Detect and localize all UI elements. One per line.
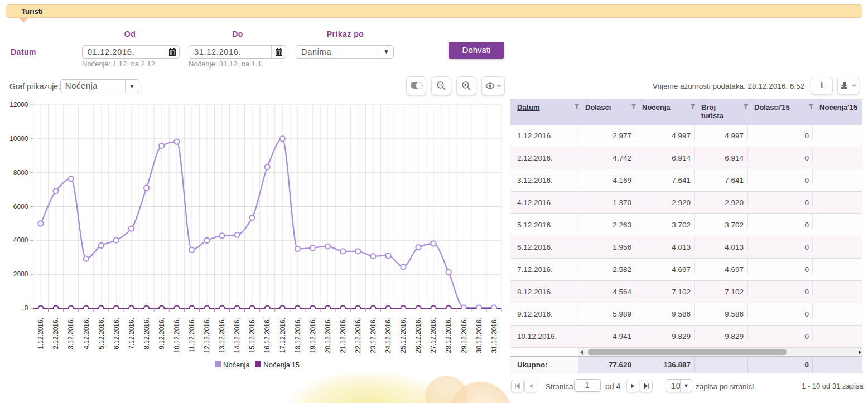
svg-text:20.12.2016.: 20.12.2016.	[324, 318, 332, 353]
svg-text:23.12.2016.: 23.12.2016.	[369, 318, 377, 353]
svg-text:10000: 10000	[9, 135, 28, 143]
svg-text:11.12.2016.: 11.12.2016.	[188, 318, 196, 353]
svg-text:4.12.2016.: 4.12.2016.	[83, 318, 90, 349]
svg-text:30.12.2016.: 30.12.2016.	[475, 318, 483, 353]
svg-text:28.12.2016.: 28.12.2016.	[445, 318, 452, 353]
svg-text:14.12.2016.: 14.12.2016.	[233, 318, 241, 353]
svg-text:27.12.2016.: 27.12.2016.	[430, 318, 437, 353]
svg-text:29.12.2016.: 29.12.2016.	[460, 318, 468, 353]
svg-text:8.12.2016.: 8.12.2016.	[143, 318, 151, 349]
svg-text:6000: 6000	[13, 203, 28, 211]
svg-text:24.12.2016.: 24.12.2016.	[384, 318, 392, 353]
svg-text:6.12.2016.: 6.12.2016.	[113, 318, 120, 349]
svg-text:31.12.2016.: 31.12.2016.	[490, 318, 498, 353]
svg-text:22.12.2016.: 22.12.2016.	[354, 318, 362, 353]
svg-text:25.12.2016.: 25.12.2016.	[399, 318, 407, 353]
svg-text:17.12.2016.: 17.12.2016.	[279, 318, 287, 353]
svg-text:10.12.2016.: 10.12.2016.	[173, 318, 181, 353]
svg-text:15.12.2016.: 15.12.2016.	[248, 318, 256, 353]
svg-text:18.12.2016.: 18.12.2016.	[294, 318, 302, 353]
svg-text:2.12.2016.: 2.12.2016.	[52, 318, 60, 349]
svg-text:12.12.2016.: 12.12.2016.	[203, 318, 211, 353]
svg-text:7.12.2016.: 7.12.2016.	[128, 318, 136, 349]
svg-text:5.12.2016.: 5.12.2016.	[98, 318, 105, 349]
svg-text:9.12.2016.: 9.12.2016.	[158, 318, 166, 349]
svg-text:3.12.2016.: 3.12.2016.	[67, 318, 75, 349]
svg-text:8000: 8000	[13, 169, 28, 177]
svg-text:13.12.2016.: 13.12.2016.	[218, 318, 226, 353]
svg-text:12000: 12000	[9, 101, 28, 109]
svg-text:0: 0	[25, 304, 28, 312]
svg-text:26.12.2016.: 26.12.2016.	[414, 318, 422, 353]
svg-text:2000: 2000	[13, 270, 28, 278]
svg-text:19.12.2016.: 19.12.2016.	[309, 318, 317, 353]
svg-text:16.12.2016.: 16.12.2016.	[263, 318, 271, 353]
svg-text:4000: 4000	[13, 236, 28, 244]
svg-text:1.12.2016.: 1.12.2016.	[37, 318, 45, 349]
svg-text:21.12.2016.: 21.12.2016.	[339, 318, 347, 353]
